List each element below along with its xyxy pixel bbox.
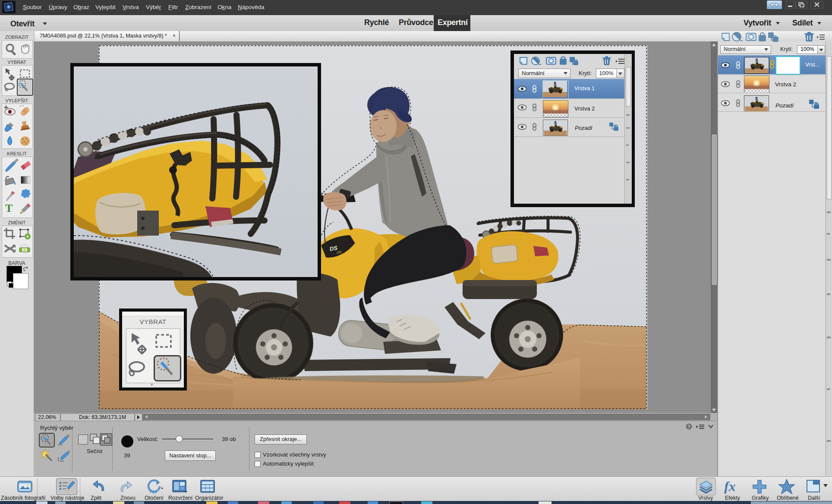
svg-text:fx: fx <box>724 479 736 494</box>
svg-text:?: ? <box>688 425 690 429</box>
svg-text:T: T <box>5 202 13 214</box>
